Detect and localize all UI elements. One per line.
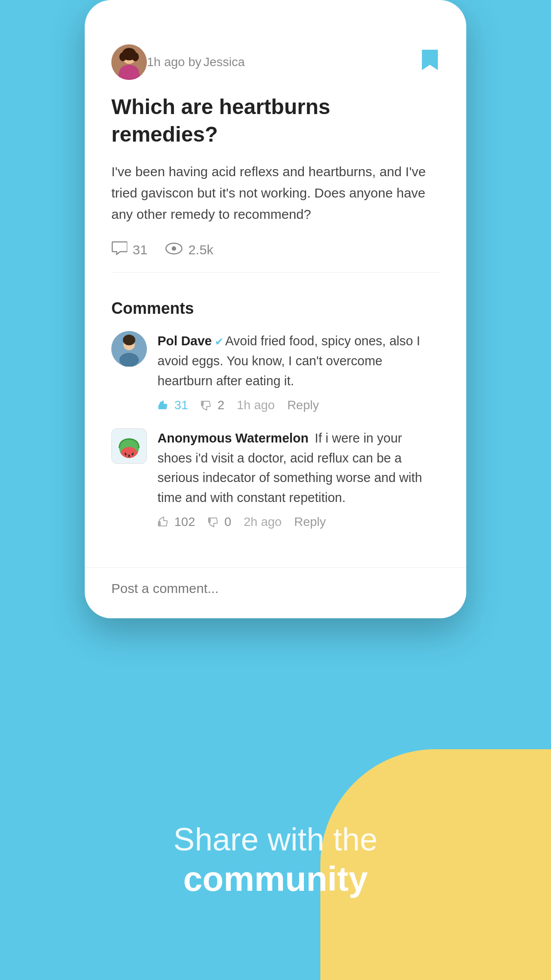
comment-author: Pol Dave: [157, 334, 212, 348]
post-comment-area[interactable]: [85, 567, 466, 618]
comment-actions: 102 0 2h ago Reply: [157, 515, 440, 529]
dislike-count: 0: [224, 515, 232, 529]
dislike-count: 2: [217, 398, 224, 412]
dislike-button[interactable]: 0: [208, 515, 232, 529]
comment-author: Anonymous Watermelon: [157, 431, 309, 445]
svg-point-19: [128, 454, 130, 457]
comment-item: Pol Dave✔Avoid fried food, spicy ones, a…: [111, 331, 440, 412]
phone-screen: 1h ago by Jessica Which are heartburns r…: [85, 27, 466, 618]
svg-rect-13: [158, 405, 160, 409]
comment-text: Anonymous Watermelon If i were in your s…: [157, 428, 440, 508]
comments-section: Comments Pol Dave✔Avoid fried food, spic…: [85, 286, 466, 559]
post-author: Jessica: [203, 55, 244, 69]
svg-point-11: [119, 353, 139, 367]
comment-icon: [111, 241, 127, 259]
post-stats: 31 2.5k: [111, 241, 440, 273]
avatar: [111, 331, 147, 367]
post-title: Which are heartburns remedies?: [111, 93, 440, 149]
reply-button[interactable]: Reply: [294, 515, 326, 529]
comments-stat: 31: [111, 241, 147, 259]
bottom-text-section: Share with the community: [0, 820, 551, 900]
comment-content: Pol Dave✔Avoid fried food, spicy ones, a…: [157, 331, 440, 412]
like-count: 31: [174, 398, 188, 412]
comments-count: 31: [133, 242, 147, 257]
dislike-button[interactable]: 2: [201, 398, 224, 412]
views-count: 2.5k: [188, 242, 213, 257]
comment-item: Anonymous Watermelon If i were in your s…: [111, 428, 440, 530]
share-text: Share with the: [0, 820, 551, 858]
post-comment-input[interactable]: [111, 581, 440, 596]
like-count: 102: [174, 515, 195, 529]
comment-time: 2h ago: [244, 515, 282, 529]
post-area: 1h ago by Jessica Which are heartburns r…: [85, 27, 466, 286]
reply-button[interactable]: Reply: [287, 398, 319, 412]
comment-actions: 31 2 1h ago Reply: [157, 398, 440, 412]
like-button[interactable]: 102: [157, 515, 195, 529]
verified-badge: ✔: [215, 336, 224, 348]
comment-time: 1h ago: [237, 398, 275, 412]
svg-point-6: [132, 52, 139, 61]
comments-title: Comments: [111, 299, 440, 318]
post-header: 1h ago by Jessica: [111, 44, 440, 80]
like-button[interactable]: 31: [157, 398, 188, 412]
eye-icon: [165, 241, 183, 258]
comment-text: Pol Dave✔Avoid fried food, spicy ones, a…: [157, 331, 440, 391]
avatar: [111, 44, 147, 80]
views-stat: 2.5k: [165, 241, 213, 258]
svg-point-3: [119, 65, 139, 79]
svg-point-5: [119, 52, 126, 61]
avatar: [111, 428, 147, 464]
bookmark-button[interactable]: [420, 48, 440, 76]
phone-mockup: 1h ago by Jessica Which are heartburns r…: [85, 0, 466, 618]
post-meta: 1h ago by Jessica: [147, 55, 245, 69]
svg-point-12: [123, 335, 135, 345]
post-body: I've been having acid reflexs and heartb…: [111, 161, 440, 225]
community-text: community: [0, 858, 551, 900]
svg-point-8: [172, 246, 176, 251]
post-time: 1h ago by: [147, 55, 201, 69]
comment-content: Anonymous Watermelon If i were in your s…: [157, 428, 440, 530]
